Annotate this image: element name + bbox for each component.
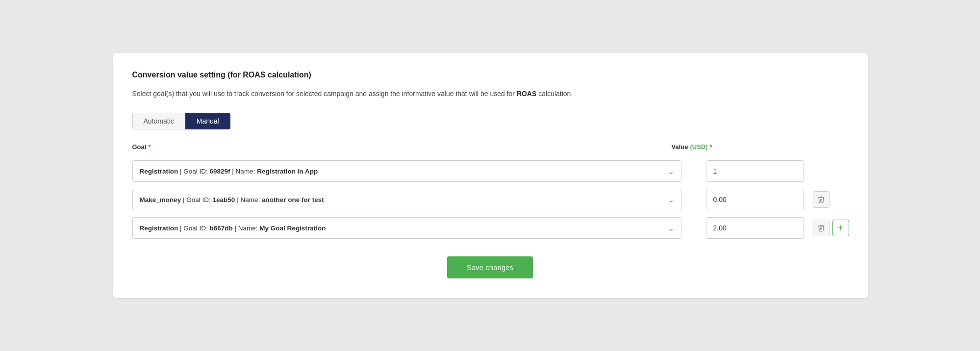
add-goal-button[interactable]: + xyxy=(832,220,849,236)
manual-mode-button[interactable]: Manual xyxy=(185,113,230,129)
goal-dropdown-wrapper-2: Make_money | Goal ID: 1eab50 | Name: ano… xyxy=(132,189,681,210)
value-input-1[interactable] xyxy=(706,160,804,182)
goal-column-label: Goal * xyxy=(132,143,652,150)
trash-icon-2 xyxy=(817,196,825,203)
plus-icon: + xyxy=(838,224,843,232)
goal-select-text-2: Make_money | Goal ID: 1eab50 | Name: ano… xyxy=(140,196,324,203)
conversion-value-card: Conversion value setting (for ROAS calcu… xyxy=(113,53,868,298)
description-text-start: Select goal(s) that you will use to trac… xyxy=(132,90,517,98)
goal-required-star: * xyxy=(148,143,151,150)
description-bold: ROAS xyxy=(517,90,536,98)
value-input-3[interactable] xyxy=(706,217,804,239)
card-title: Conversion value setting (for ROAS calcu… xyxy=(132,71,848,79)
goal-dropdown-wrapper-1: Registration | Goal ID: 69829f | Name: R… xyxy=(132,160,681,182)
save-changes-button[interactable]: Save changes xyxy=(447,256,533,278)
goal-row-2: Make_money | Goal ID: 1eab50 | Name: ano… xyxy=(132,189,848,210)
goal-row-1: Registration | Goal ID: 69829f | Name: R… xyxy=(132,160,848,182)
chevron-down-icon-2: ⌄ xyxy=(668,195,674,204)
goal-select-2[interactable]: Make_money | Goal ID: 1eab50 | Name: ano… xyxy=(132,189,681,210)
value-required-star: * xyxy=(710,143,712,150)
value-column-label: Value (USD) * xyxy=(672,143,809,150)
trash-icon-3 xyxy=(817,224,825,232)
delete-button-3[interactable] xyxy=(813,220,829,236)
delete-button-2[interactable] xyxy=(813,191,829,208)
save-area: Save changes xyxy=(132,256,848,278)
goal-row-3: Registration | Goal ID: b667db | Name: M… xyxy=(132,217,848,239)
value-label-text: Value xyxy=(672,143,688,150)
chevron-down-icon-3: ⌄ xyxy=(668,224,674,233)
description-text-end: calculation. xyxy=(536,90,573,98)
value-currency-label: (USD) xyxy=(690,143,707,150)
card-description: Select goal(s) that you will use to trac… xyxy=(132,88,848,99)
automatic-mode-button[interactable]: Automatic xyxy=(132,113,185,129)
goal-select-text-3: Registration | Goal ID: b667db | Name: M… xyxy=(140,225,326,232)
goal-select-1[interactable]: Registration | Goal ID: 69829f | Name: R… xyxy=(132,160,681,182)
chevron-down-icon-1: ⌄ xyxy=(668,167,674,176)
goal-rows-container: Registration | Goal ID: 69829f | Name: R… xyxy=(132,160,848,239)
goal-select-text-1: Registration | Goal ID: 69829f | Name: R… xyxy=(140,168,318,175)
mode-buttons: Automatic Manual xyxy=(132,113,848,129)
goal-label-text: Goal xyxy=(132,143,147,150)
value-input-2[interactable] xyxy=(706,189,804,210)
goal-select-3[interactable]: Registration | Goal ID: b667db | Name: M… xyxy=(132,217,681,239)
goal-dropdown-wrapper-3: Registration | Goal ID: b667db | Name: M… xyxy=(132,217,681,239)
